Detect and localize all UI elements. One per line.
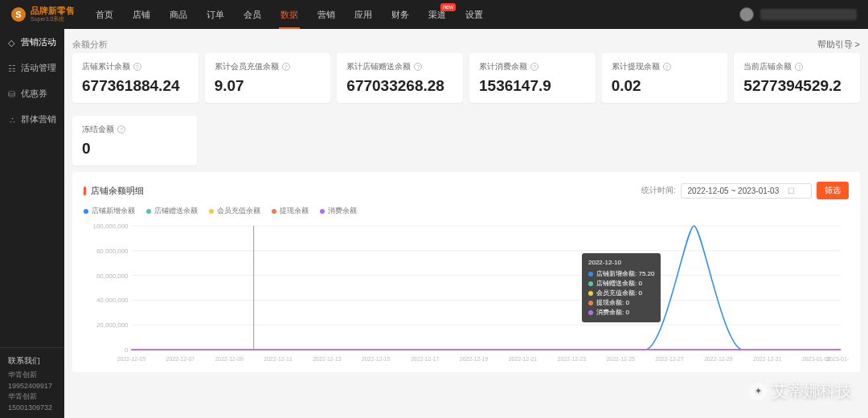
svg-text:2022-12-07: 2022-12-07 xyxy=(166,356,195,362)
tooltip-row: 消费余额: 0 xyxy=(588,308,654,318)
help-link[interactable]: 帮助引导 > xyxy=(817,39,860,51)
chart-area[interactable]: 020,000,00040,000,00060,000,00080,000,00… xyxy=(84,221,849,366)
stat-label: 累计消费余额 xyxy=(479,61,527,72)
svg-text:100,000,000: 100,000,000 xyxy=(92,223,129,230)
group-icon: ⛬ xyxy=(8,115,16,123)
svg-text:2022-12-17: 2022-12-17 xyxy=(411,356,440,362)
sidebar-item-label: 活动管理 xyxy=(21,62,56,74)
legend-item[interactable]: 店铺赠送余额 xyxy=(146,206,198,216)
svg-text:2022-12-19: 2022-12-19 xyxy=(460,356,489,362)
legend-item[interactable]: 提现余额 xyxy=(272,206,309,216)
legend-item[interactable]: 会员充值余额 xyxy=(209,206,260,216)
tooltip-row: 会员充值余额: 0 xyxy=(588,289,654,298)
stat-value: 677033268.28 xyxy=(346,77,453,95)
info-icon[interactable]: ? xyxy=(117,125,125,133)
diamond-icon: ◇ xyxy=(8,38,16,46)
sidebar-item-优惠券[interactable]: ⛁优惠券 xyxy=(0,80,64,106)
nav-item-首页[interactable]: 首页 xyxy=(88,0,121,29)
chart-legend: 店铺新增余额店铺赠送余额会员充值余额提现余额消费余额 xyxy=(84,206,849,216)
svg-text:20,000,000: 20,000,000 xyxy=(96,322,129,329)
svg-text:2022-12-09: 2022-12-09 xyxy=(215,356,244,362)
sidebar-item-label: 营销活动 xyxy=(21,36,56,48)
svg-text:2022-12-31: 2022-12-31 xyxy=(753,356,782,362)
nav-item-营销[interactable]: 营销 xyxy=(309,0,343,29)
svg-text:2022-12-21: 2022-12-21 xyxy=(509,356,538,362)
svg-text:2022-12-11: 2022-12-11 xyxy=(264,356,293,362)
nav-item-会员[interactable]: 会员 xyxy=(235,0,269,29)
sidebar-item-群体营销[interactable]: ⛬群体营销 xyxy=(0,106,64,132)
nav-item-财务[interactable]: 财务 xyxy=(383,0,417,29)
series-line xyxy=(132,226,841,350)
sidebar-item-label: 优惠券 xyxy=(21,88,47,100)
svg-text:0: 0 xyxy=(125,346,129,354)
nav-item-设置[interactable]: 设置 xyxy=(457,0,491,29)
topbar: S 品牌新零售 Super3.0系统 首页店铺商品订单会员数据营销应用财务渠道n… xyxy=(0,0,868,29)
svg-text:60,000,000: 60,000,000 xyxy=(96,273,129,280)
svg-text:2022-12-05: 2022-12-05 xyxy=(117,356,146,362)
coupon-icon: ⛁ xyxy=(8,89,16,97)
svg-text:2022-12-29: 2022-12-29 xyxy=(704,356,733,362)
svg-text:2022-12-15: 2022-12-15 xyxy=(362,356,391,362)
stat-value: 0 xyxy=(82,140,187,158)
stat-card: 累计店铺赠送余额?677033268.28 xyxy=(337,53,463,103)
info-icon[interactable]: ? xyxy=(530,63,538,71)
nav-item-渠道[interactable]: 渠道new xyxy=(420,0,454,29)
nav-item-店铺[interactable]: 店铺 xyxy=(125,0,158,29)
date-range-input[interactable]: 2022-12-05 ~ 2023-01-03 ☐ xyxy=(681,183,812,199)
stat-cards: 店铺累计余额?677361884.24累计会员充值余额?9.07累计店铺赠送余额… xyxy=(72,53,860,166)
date-range-label: 统计时间: xyxy=(641,185,676,196)
svg-text:80,000,000: 80,000,000 xyxy=(96,248,129,255)
main: 余额分析 帮助引导 > 店铺累计余额?677361884.24累计会员充值余额?… xyxy=(64,29,868,418)
tooltip-row: 店铺新增余额: 75.20 xyxy=(588,269,654,279)
info-icon[interactable]: ? xyxy=(414,63,422,71)
stat-label: 累计会员充值余额 xyxy=(215,61,279,72)
stat-card: 当前店铺余额?5277394529.2 xyxy=(734,53,860,103)
chart-tooltip: 2022-12-10 店铺新增余额: 75.20店铺赠送余额: 0会员充值余额:… xyxy=(582,253,661,322)
nav-item-订单[interactable]: 订单 xyxy=(199,0,232,29)
filter-button[interactable]: 筛选 xyxy=(817,182,849,199)
info-icon[interactable]: ? xyxy=(282,63,290,71)
stat-card: 冻结金额?0 xyxy=(72,116,197,166)
nav-item-应用[interactable]: 应用 xyxy=(346,0,380,29)
info-icon[interactable]: ? xyxy=(795,63,803,71)
user-info-obscured xyxy=(760,9,857,20)
sidebar: ◇营销活动☷活动管理⛁优惠券⛬群体营销 联系我们 华青创新19952409917… xyxy=(0,29,64,418)
stat-card: 累计会员充值余额?9.07 xyxy=(205,53,331,103)
sidebar-item-活动管理[interactable]: ☷活动管理 xyxy=(0,55,64,80)
stat-label: 店铺累计余额 xyxy=(82,61,130,72)
stat-label: 当前店铺余额 xyxy=(743,61,792,72)
stat-value: 677361884.24 xyxy=(82,77,189,95)
panel-title: 店铺余额明细 xyxy=(84,185,144,197)
stat-value: 5277394529.2 xyxy=(743,77,850,95)
stat-card: 店铺累计余额?677361884.24 xyxy=(72,53,199,103)
svg-text:2022-12-23: 2022-12-23 xyxy=(558,356,587,362)
svg-text:40,000,000: 40,000,000 xyxy=(96,297,129,304)
stat-card: 累计消费余额?1536147.9 xyxy=(469,53,596,103)
stat-card: 累计提现余额?0.02 xyxy=(602,53,728,103)
stat-label: 累计提现余额 xyxy=(612,61,660,72)
brand-subtitle: Super3.0系统 xyxy=(31,15,75,23)
tooltip-row: 店铺赠送余额: 0 xyxy=(588,279,654,289)
sidebar-footer-title: 联系我们 xyxy=(8,354,56,367)
sidebar-item-营销活动[interactable]: ◇营销活动 xyxy=(0,29,64,55)
svg-text:2023-01-03: 2023-01-03 xyxy=(826,356,849,362)
legend-item[interactable]: 店铺新增余额 xyxy=(84,206,135,216)
info-icon[interactable]: ? xyxy=(133,63,141,71)
nav-badge: new xyxy=(440,3,456,11)
stat-label: 冻结金额 xyxy=(82,124,114,135)
brand: S 品牌新零售 Super3.0系统 xyxy=(11,6,75,23)
tooltip-row: 提现余额: 0 xyxy=(588,298,654,308)
stat-value: 9.07 xyxy=(215,77,321,95)
svg-text:2022-12-25: 2022-12-25 xyxy=(606,356,635,362)
svg-text:2022-12-13: 2022-12-13 xyxy=(313,356,342,362)
svg-text:2022-12-27: 2022-12-27 xyxy=(655,356,684,362)
sidebar-footer: 联系我们 华青创新19952409917华青创新15001309732 xyxy=(0,347,64,418)
footer-line: 19952409917 xyxy=(8,381,56,392)
nav-item-数据[interactable]: 数据 xyxy=(272,0,306,29)
info-icon[interactable]: ? xyxy=(663,63,671,71)
legend-item[interactable]: 消费余额 xyxy=(320,206,357,216)
stat-label: 累计店铺赠送余额 xyxy=(346,61,411,72)
brand-logo-icon: S xyxy=(11,7,26,22)
user-avatar[interactable] xyxy=(739,7,754,22)
nav-item-商品[interactable]: 商品 xyxy=(162,0,195,29)
